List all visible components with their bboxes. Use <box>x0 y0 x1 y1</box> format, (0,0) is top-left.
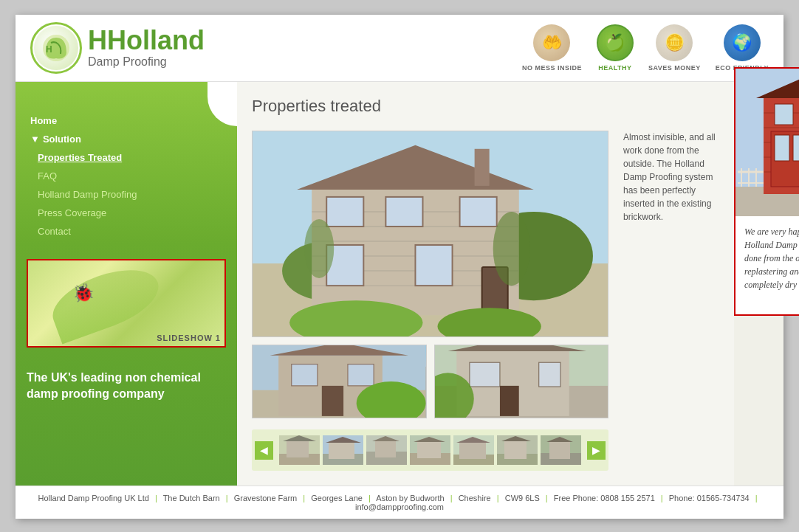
svg-point-21 <box>493 212 530 286</box>
thumbnail-7[interactable] <box>541 435 581 465</box>
sidebar-item-properties-treated[interactable]: Properties Treated <box>16 148 237 167</box>
saves-money-icon: 🪙 <box>656 24 693 61</box>
sidebar-item-solution[interactable]: ▼Solution <box>16 130 237 148</box>
properties-layout: ◀ <box>252 131 719 471</box>
header-icon-eco: 🌍 Eco Friendly <box>716 24 769 72</box>
slideshow-next-button[interactable]: ▶ <box>587 441 606 460</box>
svg-rect-81 <box>793 135 799 161</box>
sidebar-item-press-coverage[interactable]: Press Coverage <box>16 204 237 222</box>
slideshow2-photo <box>735 69 799 216</box>
thumbnail-6[interactable] <box>497 435 538 465</box>
svg-rect-16 <box>385 197 422 227</box>
thumbnail-5[interactable] <box>453 435 494 465</box>
property-second-image <box>252 345 427 418</box>
header-icon-no-mess: 🤲 No Mess Inside <box>522 24 582 72</box>
logo-olland: Holland <box>107 25 205 55</box>
sidebar-item-holland-damp[interactable]: Holland Damp Proofing <box>16 185 237 204</box>
logo-circle-inner: H <box>34 26 78 70</box>
svg-rect-55 <box>417 442 441 458</box>
healthy-icon: 🍏 <box>597 24 634 61</box>
thumb1-icon <box>279 435 320 465</box>
property-third-image <box>434 345 609 418</box>
thumb3-icon <box>366 435 407 465</box>
svg-rect-19 <box>415 245 452 286</box>
footer-sep4: | <box>368 494 371 502</box>
footer-freephone: Free Phone: 0808 155 2571 <box>554 494 655 502</box>
thumb5-icon <box>453 435 494 465</box>
logo-leaf-icon: H <box>40 32 72 64</box>
properties-images: ◀ <box>252 131 608 471</box>
eco-icon: 🌍 <box>724 24 761 61</box>
footer: Holland Damp Proofing UK Ltd | The Dutch… <box>16 486 783 519</box>
sidebar-item-faq[interactable]: FAQ <box>16 167 237 185</box>
footer-sep6: | <box>497 494 499 502</box>
svg-rect-39 <box>499 386 518 416</box>
slideshow2-label: SLIDESHOW 2 <box>735 300 799 314</box>
svg-text:H: H <box>46 44 52 55</box>
sidebar-item-home[interactable]: Home <box>16 111 237 130</box>
saves-money-label: Saves Money <box>648 64 701 72</box>
footer-sep5: | <box>450 494 453 502</box>
svg-rect-29 <box>292 365 318 386</box>
sidebar: Home ▼Solution Properties Treated FAQ Ho… <box>16 82 237 486</box>
svg-rect-31 <box>322 386 343 416</box>
logo-text-area: HHolland Damp Proofing <box>88 27 205 69</box>
slideshow-prev-button[interactable]: ◀ <box>255 441 273 460</box>
property-main-image <box>252 131 608 337</box>
app: H HHolland Damp Proofing 🤲 No Mess Insid… <box>0 0 799 532</box>
svg-rect-67 <box>549 442 570 459</box>
thumbnail-strip <box>279 435 581 465</box>
thumbnail-4[interactable] <box>410 435 450 465</box>
svg-rect-51 <box>375 441 396 457</box>
thumbnail-1[interactable] <box>279 435 320 465</box>
header-icons: 🤲 No Mess Inside 🍏 Healthy 🪙 Saves Money… <box>522 24 769 72</box>
thumbnail-3[interactable] <box>366 435 407 465</box>
svg-rect-37 <box>469 362 499 387</box>
solution-arrow-icon: ▼ <box>30 134 40 145</box>
footer-sep2: | <box>226 494 228 502</box>
property-third-svg <box>435 345 608 418</box>
footer-sep7: | <box>546 494 548 502</box>
svg-rect-80 <box>775 135 789 161</box>
svg-rect-15 <box>326 197 363 227</box>
main-content: Properties treated <box>237 82 734 486</box>
main-container: H HHolland Damp Proofing 🤲 No Mess Insid… <box>16 15 783 519</box>
footer-barn: The Dutch Barn <box>163 494 220 502</box>
footer-farm: Gravestone Farm <box>234 494 298 502</box>
logo-circle: H <box>30 22 82 74</box>
property-main-svg <box>253 131 608 336</box>
slideshow2-testimonial: We are very happy with the work done by … <box>735 216 799 300</box>
thumb4-icon <box>410 435 450 465</box>
footer-town: Aston by Budworth <box>376 494 444 502</box>
slideshow2-photo-svg <box>735 69 799 216</box>
logo-brand: HHolland <box>88 27 205 54</box>
right-panel: We are very happy with the work done by … <box>734 82 799 486</box>
svg-rect-82 <box>775 104 793 125</box>
slideshow2-box[interactable]: We are very happy with the work done by … <box>734 67 799 316</box>
main-and-right: Properties treated <box>237 82 799 486</box>
svg-rect-47 <box>329 443 354 459</box>
slideshow-nav: ◀ <box>252 429 608 471</box>
footer-postcode: CW9 6LS <box>505 494 540 502</box>
footer-email: info@dampproofing.com <box>355 502 444 511</box>
footer-sep3: | <box>303 494 305 502</box>
slideshow1-box[interactable]: 🐞 SLIDESHOW 1 <box>27 259 226 348</box>
header-icon-healthy: 🍏 Healthy <box>597 24 634 72</box>
thumb2-icon <box>323 435 363 465</box>
sidebar-item-contact[interactable]: Contact <box>16 222 237 241</box>
thumbnail-2[interactable] <box>323 435 363 465</box>
no-mess-icon: 🤲 <box>533 24 570 61</box>
footer-company: Holland Damp Proofing UK Ltd <box>38 494 148 502</box>
footer-sep8: | <box>661 494 663 502</box>
ladybug-icon: 🐞 <box>72 283 95 303</box>
sidebar-bottom: The UK's leading non chemical damp proof… <box>16 355 237 418</box>
sidebar-nav: Home ▼Solution Properties Treated FAQ Ho… <box>16 82 237 252</box>
property-second-svg <box>253 345 426 418</box>
slideshow1-label: SLIDESHOW 1 <box>157 334 221 342</box>
properties-description: Almost invisible, and all work done from… <box>623 131 719 471</box>
header-icon-saves-money: 🪙 Saves Money <box>648 24 701 72</box>
healthy-label: Healthy <box>598 64 631 72</box>
footer-phone: Phone: 01565-734734 <box>669 494 750 502</box>
svg-rect-17 <box>460 197 497 227</box>
footer-lane: Georges Lane <box>311 494 363 502</box>
